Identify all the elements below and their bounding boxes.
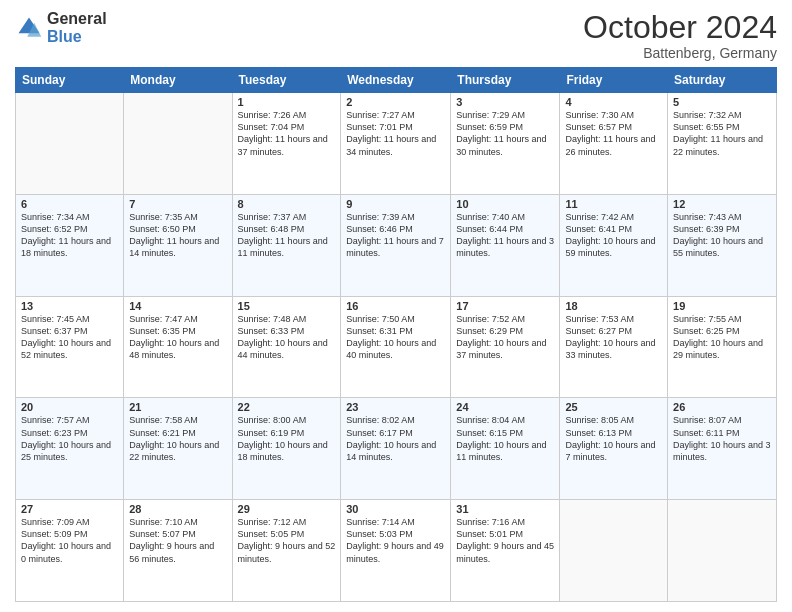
table-row [560,500,668,602]
day-number: 12 [673,198,771,210]
day-info: Sunrise: 7:10 AM Sunset: 5:07 PM Dayligh… [129,516,226,565]
table-row: 26Sunrise: 8:07 AM Sunset: 6:11 PM Dayli… [668,398,777,500]
day-info: Sunrise: 7:27 AM Sunset: 7:01 PM Dayligh… [346,109,445,158]
table-row: 19Sunrise: 7:55 AM Sunset: 6:25 PM Dayli… [668,296,777,398]
table-row [668,500,777,602]
day-info: Sunrise: 7:40 AM Sunset: 6:44 PM Dayligh… [456,211,554,260]
day-number: 22 [238,401,336,413]
day-info: Sunrise: 8:05 AM Sunset: 6:13 PM Dayligh… [565,414,662,463]
day-info: Sunrise: 7:26 AM Sunset: 7:04 PM Dayligh… [238,109,336,158]
day-info: Sunrise: 7:43 AM Sunset: 6:39 PM Dayligh… [673,211,771,260]
logo-icon [15,14,43,42]
day-info: Sunrise: 7:42 AM Sunset: 6:41 PM Dayligh… [565,211,662,260]
logo-blue-text: Blue [47,28,107,46]
day-number: 3 [456,96,554,108]
col-saturday: Saturday [668,68,777,93]
col-sunday: Sunday [16,68,124,93]
table-row: 11Sunrise: 7:42 AM Sunset: 6:41 PM Dayli… [560,194,668,296]
table-row: 28Sunrise: 7:10 AM Sunset: 5:07 PM Dayli… [124,500,232,602]
table-row: 18Sunrise: 7:53 AM Sunset: 6:27 PM Dayli… [560,296,668,398]
table-row: 25Sunrise: 8:05 AM Sunset: 6:13 PM Dayli… [560,398,668,500]
table-row: 29Sunrise: 7:12 AM Sunset: 5:05 PM Dayli… [232,500,341,602]
day-number: 6 [21,198,118,210]
col-thursday: Thursday [451,68,560,93]
table-row: 5Sunrise: 7:32 AM Sunset: 6:55 PM Daylig… [668,93,777,195]
day-number: 17 [456,300,554,312]
table-row: 23Sunrise: 8:02 AM Sunset: 6:17 PM Dayli… [341,398,451,500]
page: General Blue October 2024 Battenberg, Ge… [0,0,792,612]
day-number: 29 [238,503,336,515]
day-number: 21 [129,401,226,413]
calendar-week-row: 6Sunrise: 7:34 AM Sunset: 6:52 PM Daylig… [16,194,777,296]
day-number: 15 [238,300,336,312]
day-info: Sunrise: 8:07 AM Sunset: 6:11 PM Dayligh… [673,414,771,463]
table-row: 1Sunrise: 7:26 AM Sunset: 7:04 PM Daylig… [232,93,341,195]
day-info: Sunrise: 7:48 AM Sunset: 6:33 PM Dayligh… [238,313,336,362]
col-tuesday: Tuesday [232,68,341,93]
day-info: Sunrise: 7:53 AM Sunset: 6:27 PM Dayligh… [565,313,662,362]
table-row: 15Sunrise: 7:48 AM Sunset: 6:33 PM Dayli… [232,296,341,398]
col-monday: Monday [124,68,232,93]
day-info: Sunrise: 7:37 AM Sunset: 6:48 PM Dayligh… [238,211,336,260]
table-row: 20Sunrise: 7:57 AM Sunset: 6:23 PM Dayli… [16,398,124,500]
day-info: Sunrise: 7:16 AM Sunset: 5:01 PM Dayligh… [456,516,554,565]
col-friday: Friday [560,68,668,93]
day-number: 30 [346,503,445,515]
day-number: 18 [565,300,662,312]
calendar-header-row: Sunday Monday Tuesday Wednesday Thursday… [16,68,777,93]
day-number: 8 [238,198,336,210]
table-row: 10Sunrise: 7:40 AM Sunset: 6:44 PM Dayli… [451,194,560,296]
day-number: 19 [673,300,771,312]
day-number: 7 [129,198,226,210]
day-info: Sunrise: 7:39 AM Sunset: 6:46 PM Dayligh… [346,211,445,260]
day-number: 1 [238,96,336,108]
table-row: 21Sunrise: 7:58 AM Sunset: 6:21 PM Dayli… [124,398,232,500]
day-info: Sunrise: 7:50 AM Sunset: 6:31 PM Dayligh… [346,313,445,362]
table-row: 24Sunrise: 8:04 AM Sunset: 6:15 PM Dayli… [451,398,560,500]
day-info: Sunrise: 8:00 AM Sunset: 6:19 PM Dayligh… [238,414,336,463]
day-info: Sunrise: 8:02 AM Sunset: 6:17 PM Dayligh… [346,414,445,463]
table-row: 13Sunrise: 7:45 AM Sunset: 6:37 PM Dayli… [16,296,124,398]
month-title: October 2024 [583,10,777,45]
day-number: 13 [21,300,118,312]
day-info: Sunrise: 7:30 AM Sunset: 6:57 PM Dayligh… [565,109,662,158]
table-row: 2Sunrise: 7:27 AM Sunset: 7:01 PM Daylig… [341,93,451,195]
day-number: 14 [129,300,226,312]
day-info: Sunrise: 7:57 AM Sunset: 6:23 PM Dayligh… [21,414,118,463]
day-number: 16 [346,300,445,312]
logo: General Blue [15,10,107,45]
table-row: 27Sunrise: 7:09 AM Sunset: 5:09 PM Dayli… [16,500,124,602]
day-number: 10 [456,198,554,210]
table-row: 8Sunrise: 7:37 AM Sunset: 6:48 PM Daylig… [232,194,341,296]
location: Battenberg, Germany [583,45,777,61]
day-info: Sunrise: 7:12 AM Sunset: 5:05 PM Dayligh… [238,516,336,565]
day-number: 2 [346,96,445,108]
table-row: 16Sunrise: 7:50 AM Sunset: 6:31 PM Dayli… [341,296,451,398]
day-number: 25 [565,401,662,413]
day-number: 5 [673,96,771,108]
table-row: 7Sunrise: 7:35 AM Sunset: 6:50 PM Daylig… [124,194,232,296]
table-row: 9Sunrise: 7:39 AM Sunset: 6:46 PM Daylig… [341,194,451,296]
table-row: 31Sunrise: 7:16 AM Sunset: 5:01 PM Dayli… [451,500,560,602]
table-row: 4Sunrise: 7:30 AM Sunset: 6:57 PM Daylig… [560,93,668,195]
day-info: Sunrise: 7:58 AM Sunset: 6:21 PM Dayligh… [129,414,226,463]
day-info: Sunrise: 7:52 AM Sunset: 6:29 PM Dayligh… [456,313,554,362]
day-number: 31 [456,503,554,515]
table-row: 17Sunrise: 7:52 AM Sunset: 6:29 PM Dayli… [451,296,560,398]
day-number: 23 [346,401,445,413]
table-row: 30Sunrise: 7:14 AM Sunset: 5:03 PM Dayli… [341,500,451,602]
calendar: Sunday Monday Tuesday Wednesday Thursday… [15,67,777,602]
logo-general-text: General [47,10,107,28]
day-number: 28 [129,503,226,515]
day-number: 26 [673,401,771,413]
day-info: Sunrise: 8:04 AM Sunset: 6:15 PM Dayligh… [456,414,554,463]
logo-text: General Blue [47,10,107,45]
calendar-week-row: 27Sunrise: 7:09 AM Sunset: 5:09 PM Dayli… [16,500,777,602]
day-info: Sunrise: 7:55 AM Sunset: 6:25 PM Dayligh… [673,313,771,362]
header: General Blue October 2024 Battenberg, Ge… [15,10,777,61]
day-info: Sunrise: 7:34 AM Sunset: 6:52 PM Dayligh… [21,211,118,260]
day-info: Sunrise: 7:47 AM Sunset: 6:35 PM Dayligh… [129,313,226,362]
calendar-week-row: 20Sunrise: 7:57 AM Sunset: 6:23 PM Dayli… [16,398,777,500]
day-info: Sunrise: 7:35 AM Sunset: 6:50 PM Dayligh… [129,211,226,260]
day-info: Sunrise: 7:14 AM Sunset: 5:03 PM Dayligh… [346,516,445,565]
